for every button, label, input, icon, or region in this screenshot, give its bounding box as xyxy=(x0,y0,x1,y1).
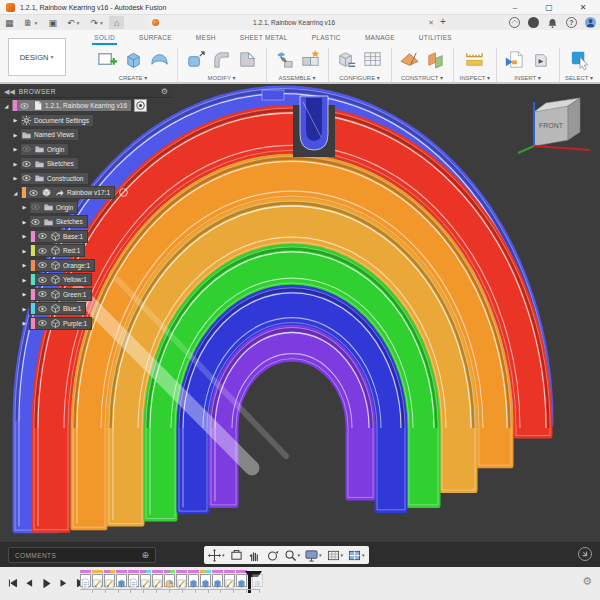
timeline-feature-sketch[interactable] xyxy=(224,570,235,587)
extensions-icon[interactable]: ◠ xyxy=(509,17,520,28)
tree-chip[interactable]: Rainbow v17:1 xyxy=(20,186,115,199)
save-icon[interactable]: ▣ xyxy=(43,16,62,29)
caret-right-icon[interactable]: ▶ xyxy=(20,291,29,297)
notifications-bell-icon[interactable] xyxy=(547,17,558,28)
timeline-feature-sketch[interactable] xyxy=(152,570,163,587)
tree-chip[interactable]: Blue:1 xyxy=(29,302,86,315)
timeline-play-button[interactable] xyxy=(42,575,52,593)
tree-chip[interactable]: Purple:1 xyxy=(29,317,92,330)
free-orbit-icon[interactable] xyxy=(266,549,279,562)
extrude-icon[interactable] xyxy=(121,48,145,72)
redo-icon[interactable]: ↷▼ xyxy=(85,16,109,29)
eye-dim-icon[interactable] xyxy=(30,202,41,213)
tree-chip[interactable]: Origin xyxy=(29,201,78,214)
tab-sheet-metal[interactable]: SHEET METAL xyxy=(238,32,290,45)
timeline-feature-doc[interactable] xyxy=(128,570,139,587)
tree-row-base-1[interactable]: ▶Base:1 xyxy=(0,229,172,243)
components-icon[interactable] xyxy=(298,48,322,72)
tab-plastic[interactable]: PLASTIC xyxy=(310,32,343,45)
caret-right-icon[interactable]: ▶ xyxy=(20,262,29,268)
pan-hand-icon[interactable] xyxy=(248,549,261,562)
timeline-ruler[interactable] xyxy=(80,589,260,593)
eye-dim-icon[interactable] xyxy=(21,144,32,155)
derive-icon[interactable] xyxy=(529,48,553,72)
timeline-step-back-button[interactable] xyxy=(25,575,35,593)
timeline-feature-ghost-solid[interactable] xyxy=(252,570,263,587)
tree-chip[interactable]: Sketches xyxy=(29,215,88,228)
new-tab-button[interactable]: + xyxy=(440,16,446,27)
caret-right-icon[interactable]: ▶ xyxy=(11,161,20,167)
minimize-toolbar-icon[interactable] xyxy=(578,547,592,561)
plane-icon[interactable] xyxy=(397,48,421,72)
tree-row-orange-1[interactable]: ▶Orange:1 xyxy=(0,258,172,272)
timeline-step-forward-button[interactable] xyxy=(59,575,69,593)
caret-right-icon[interactable]: ▶ xyxy=(20,248,29,254)
tree-row-yellow-1[interactable]: ▶Yellow:1 xyxy=(0,273,172,287)
eye-icon[interactable] xyxy=(37,303,48,314)
comments-bar[interactable]: COMMENTS ⊕ xyxy=(8,547,156,563)
tree-chip[interactable]: Document Settings xyxy=(20,114,94,127)
presspull-icon[interactable] xyxy=(184,48,208,72)
add-comment-icon[interactable]: ⊕ xyxy=(141,550,149,560)
tree-chip[interactable]: Red:1 xyxy=(29,244,85,257)
tree-row-named-views[interactable]: ▶Named Views xyxy=(0,128,172,142)
group-label-configure[interactable]: CONFIGURE ▾ xyxy=(339,74,380,81)
tab-mesh[interactable]: MESH xyxy=(194,32,218,45)
undo-icon[interactable]: ↶▼ xyxy=(62,16,86,29)
caret-right-icon[interactable]: ▶ xyxy=(11,146,20,152)
tab-solid[interactable]: SOLID xyxy=(92,32,117,45)
design-workspace-button[interactable]: DESIGN ▼ xyxy=(8,38,66,76)
tree-row-rainbow-v17-1[interactable]: ◢Rainbow v17:1 xyxy=(0,186,172,200)
eye-icon[interactable] xyxy=(19,100,30,111)
group-label-select[interactable]: SELECT ▾ xyxy=(565,74,593,81)
tree-row-1-2-1-rainbow-kearring-v16[interactable]: ◢1.2.1, Rainbow Kearring v16 xyxy=(0,99,172,113)
timeline-feature-pie[interactable] xyxy=(164,570,175,587)
tree-row-purple-1[interactable]: ▶Purple:1 xyxy=(0,316,172,330)
tree-row-origin[interactable]: ▶Origin xyxy=(0,142,172,156)
tree-chip[interactable]: Orange:1 xyxy=(29,259,95,272)
caret-right-icon[interactable]: ▶ xyxy=(20,219,29,225)
eye-icon[interactable] xyxy=(37,245,48,256)
configure-cube-icon[interactable] xyxy=(335,48,359,72)
viewports-icon[interactable]: ▾ xyxy=(348,549,365,562)
caret-right-icon[interactable]: ▶ xyxy=(11,132,20,138)
timeline-skip-start-button[interactable] xyxy=(8,575,18,593)
tree-row-document-settings[interactable]: ▶Document Settings xyxy=(0,113,172,127)
eye-icon[interactable] xyxy=(21,173,32,184)
timeline-feature-sketch[interactable] xyxy=(140,570,151,587)
maximize-button[interactable]: ▢ xyxy=(532,0,566,15)
timeline-feature-solid[interactable] xyxy=(188,570,199,587)
caret-down-icon[interactable]: ◢ xyxy=(2,103,11,109)
corner-icon[interactable] xyxy=(236,48,260,72)
group-label-create[interactable]: CREATE ▾ xyxy=(119,74,148,81)
browser-gear-icon[interactable]: ⚙ xyxy=(161,87,168,96)
caret-right-icon[interactable]: ▶ xyxy=(11,117,20,123)
caret-down-icon[interactable]: ◢ xyxy=(11,190,20,196)
home-icon[interactable]: ⌂ xyxy=(109,16,124,29)
look-at-icon[interactable] xyxy=(230,549,243,562)
minimize-button[interactable]: – xyxy=(498,0,532,15)
timeline-feature-sketch[interactable] xyxy=(176,570,187,587)
configure-table-icon[interactable] xyxy=(361,48,385,72)
job-status-icon[interactable]: ◔ xyxy=(528,17,539,28)
group-label-construct[interactable]: CONSTRUCT ▾ xyxy=(401,74,443,81)
tab-manage[interactable]: MANAGE xyxy=(363,32,397,45)
tree-chip[interactable]: Construction xyxy=(20,172,89,185)
tree-row-sketches[interactable]: ▶Sketches xyxy=(0,157,172,171)
tree-chip[interactable]: Base:1 xyxy=(29,230,88,243)
caret-right-icon[interactable]: ▶ xyxy=(11,175,20,181)
form-icon[interactable] xyxy=(147,48,171,72)
select-icon[interactable] xyxy=(567,48,591,72)
activate-radio-icon[interactable] xyxy=(134,99,147,112)
tree-row-green-1[interactable]: ▶Green:1 xyxy=(0,287,172,301)
tree-row-construction[interactable]: ▶Construction xyxy=(0,171,172,185)
timeline-feature-solid[interactable] xyxy=(200,570,211,587)
tree-row-red-1[interactable]: ▶Red:1 xyxy=(0,244,172,258)
document-tab[interactable]: 1.2.1, Rainbow Kearring v16 ✕ xyxy=(148,15,438,30)
tree-chip[interactable]: 1.2.1, Rainbow Kearring v16 xyxy=(11,99,132,112)
eye-icon[interactable] xyxy=(21,158,32,169)
insert-doc-icon[interactable] xyxy=(503,48,527,72)
caret-right-icon[interactable]: ▶ xyxy=(20,204,29,210)
ground-circle-icon[interactable] xyxy=(117,186,130,199)
timeline-feature-sketch[interactable] xyxy=(92,570,103,587)
